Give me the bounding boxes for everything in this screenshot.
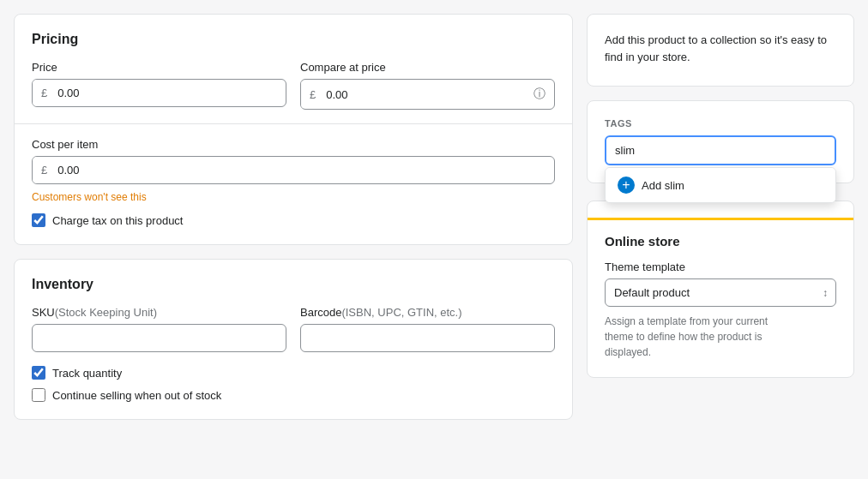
- sku-barcode-row: SKU(Stock Keeping Unit) Barcode(ISBN, UP…: [32, 306, 555, 352]
- compare-currency: £: [301, 81, 324, 108]
- sku-label: SKU(Stock Keeping Unit): [32, 306, 286, 319]
- tags-input[interactable]: [605, 135, 836, 165]
- track-qty-row: Track quantity: [32, 366, 555, 380]
- tags-label: TAGS: [605, 118, 836, 129]
- inventory-checkboxes: Track quantity Continue selling when out…: [32, 366, 555, 402]
- continue-sell-label[interactable]: Continue selling when out of stock: [52, 389, 221, 402]
- add-tag-icon: +: [618, 177, 635, 194]
- price-compare-row: Price £ Compare at price £ ⓘ: [32, 61, 555, 110]
- barcode-sub-label: (ISBN, UPC, GTIN, etc.): [341, 306, 461, 319]
- barcode-input[interactable]: [300, 324, 555, 352]
- cost-currency: £: [33, 157, 56, 183]
- theme-template-label: Theme template: [605, 260, 836, 273]
- price-currency: £: [33, 80, 56, 106]
- yellow-divider: [588, 218, 853, 220]
- help-icon: ⓘ: [525, 80, 554, 109]
- online-store-title: Online store: [605, 234, 836, 248]
- track-qty-label[interactable]: Track quantity: [52, 367, 122, 380]
- cost-label: Cost per item: [32, 138, 555, 151]
- add-tag-item[interactable]: + Add slim: [606, 168, 835, 202]
- pricing-card: Pricing Price £ Compare at price £ ⓘ: [14, 14, 573, 245]
- online-store-card: Online store Theme template Default prod…: [587, 201, 854, 378]
- cost-input-wrapper[interactable]: £: [32, 156, 555, 184]
- charge-tax-row: Charge tax on this product: [32, 213, 555, 227]
- charge-tax-checkbox[interactable]: [32, 213, 45, 227]
- inventory-title: Inventory: [32, 277, 555, 292]
- price-label: Price: [32, 61, 286, 74]
- template-note: Assign a template from your current them…: [605, 314, 836, 360]
- continue-sell-checkbox[interactable]: [32, 388, 45, 402]
- price-group: Price £: [32, 61, 286, 110]
- continue-sell-row: Continue selling when out of stock: [32, 388, 555, 402]
- collection-note: Add this product to a collection so it's…: [605, 32, 836, 69]
- compare-price-input-wrapper[interactable]: £ ⓘ: [300, 79, 555, 110]
- tags-section: + Add slim: [605, 135, 836, 165]
- track-qty-checkbox[interactable]: [32, 366, 45, 380]
- divider-1: [15, 123, 572, 124]
- theme-select[interactable]: Default product Custom product Landing p…: [605, 278, 836, 307]
- compare-price-input[interactable]: [324, 81, 525, 108]
- add-tag-label: Add slim: [642, 179, 684, 192]
- compare-price-label: Compare at price: [300, 61, 555, 74]
- barcode-label: Barcode(ISBN, UPC, GTIN, etc.): [300, 306, 555, 319]
- cost-note: Customers won't see this: [32, 191, 555, 203]
- collection-card: Add this product to a collection so it's…: [587, 14, 854, 87]
- barcode-group: Barcode(ISBN, UPC, GTIN, etc.): [300, 306, 555, 352]
- tags-dropdown: + Add slim: [605, 167, 836, 203]
- sku-input[interactable]: [32, 324, 286, 352]
- price-input-wrapper[interactable]: £: [32, 79, 286, 107]
- cost-per-item-group: Cost per item £: [32, 138, 555, 184]
- theme-select-wrapper: Default product Custom product Landing p…: [605, 278, 836, 307]
- sku-sub-label: (Stock Keeping Unit): [55, 306, 157, 319]
- pricing-title: Pricing: [32, 32, 555, 47]
- sku-group: SKU(Stock Keeping Unit): [32, 306, 286, 352]
- charge-tax-label[interactable]: Charge tax on this product: [52, 214, 183, 227]
- compare-price-group: Compare at price £ ⓘ: [300, 61, 555, 110]
- price-input[interactable]: [56, 80, 286, 106]
- cost-input[interactable]: [56, 157, 554, 183]
- inventory-card: Inventory SKU(Stock Keeping Unit) Barcod…: [14, 259, 573, 420]
- tags-card: TAGS + Add slim: [587, 100, 854, 183]
